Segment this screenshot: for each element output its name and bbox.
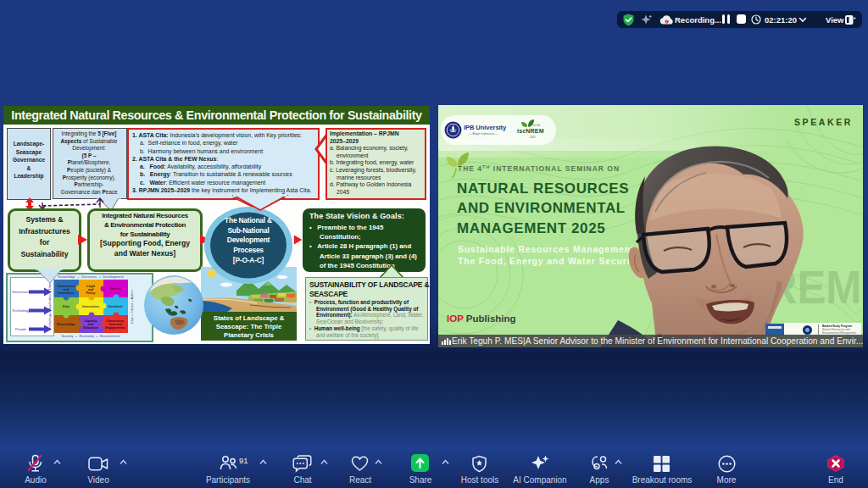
svg-text:Education: Education bbox=[83, 326, 97, 330]
svg-text:Data: Data bbox=[63, 305, 70, 308]
svg-text:Standards: Standards bbox=[108, 305, 123, 308]
svg-text:Innovations: Innovations bbox=[82, 305, 99, 308]
svg-text:Engagements: Engagements bbox=[105, 326, 125, 330]
svg-text:Finance: Finance bbox=[109, 287, 121, 291]
svg-text:Institutions: Institutions bbox=[58, 291, 74, 295]
svg-text:Partnerships: Partnerships bbox=[57, 323, 75, 326]
svg-text:Policy: Policy bbox=[86, 291, 96, 295]
